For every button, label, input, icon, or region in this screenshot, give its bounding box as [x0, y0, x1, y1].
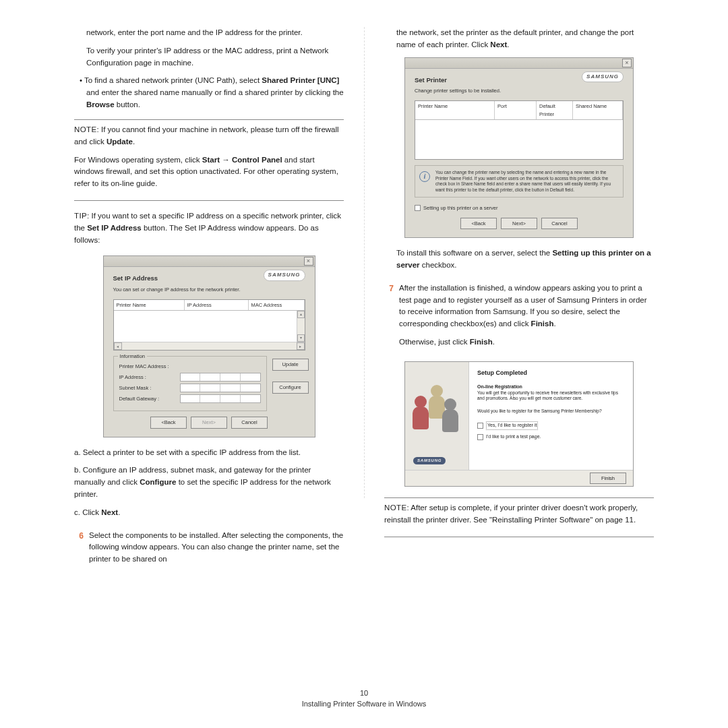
server-checkbox[interactable]: Setting up this printer on a server	[415, 204, 624, 212]
list-b: b. Configure an IP address, subnet mask,…	[74, 464, 344, 500]
set-printer-dialog: × Set Printer Change printer settings to…	[404, 57, 634, 239]
para: To install this software on a server, se…	[384, 247, 654, 272]
configure-button[interactable]: Configure	[272, 382, 309, 394]
update-button[interactable]: Update	[272, 359, 309, 371]
bullet-item: To find a shared network printer (UNC Pa…	[74, 75, 344, 111]
samsung-logo: SAMSUNG	[582, 71, 624, 82]
people-graphic	[415, 381, 459, 431]
tip-box: TIP: If you want to set a specific IP ad…	[74, 210, 344, 246]
subnet-field[interactable]	[180, 384, 261, 392]
left-column: network, enter the port name and the IP …	[74, 27, 364, 566]
note-box: NOTE: After setup is complete, if your p…	[384, 497, 654, 537]
para: network, enter the port name and the IP …	[74, 27, 344, 39]
info-tip: i You can change the printer name by sel…	[415, 165, 624, 198]
testpage-checkbox[interactable]: I'd like to print a test page.	[477, 433, 625, 441]
dialog-title: Setup Completed	[477, 369, 625, 378]
info-icon: i	[419, 171, 430, 182]
next-button[interactable]: Next>	[501, 218, 537, 230]
finish-button[interactable]: Finish	[590, 473, 626, 485]
gateway-field[interactable]	[180, 394, 261, 403]
step-7: 7 After the installation is finished, a …	[384, 282, 654, 355]
ip-field[interactable]	[180, 373, 261, 382]
note-box: NOTE: If you cannot find your machine in…	[74, 119, 344, 201]
printer-table[interactable]: Printer Name Port Default Printer Shared…	[415, 100, 624, 160]
back-button[interactable]: <Back	[150, 417, 187, 429]
close-icon[interactable]: ×	[304, 257, 313, 266]
register-checkbox[interactable]: Yes, I'd like to register it	[477, 421, 625, 430]
cancel-button[interactable]: Cancel	[231, 417, 268, 429]
set-ip-dialog: × Set IP Address You can set or change I…	[103, 255, 315, 437]
setup-complete-dialog: SAMSUNG Setup Completed On-line Registra…	[404, 361, 634, 487]
list-c: c. Click Next.	[74, 507, 344, 519]
samsung-logo: SAMSUNG	[264, 270, 305, 280]
samsung-logo: SAMSUNG	[413, 457, 446, 464]
right-column: the network, set the printer as the defa…	[364, 27, 654, 566]
para: the network, set the printer as the defa…	[384, 27, 654, 51]
scrollbar-h[interactable]: ◂▸	[114, 342, 305, 350]
back-button[interactable]: <Back	[460, 218, 497, 230]
step-6: 6 Select the components to be installed.…	[74, 530, 344, 566]
para: To verify your printer's IP address or t…	[74, 45, 344, 69]
list-a: a. Select a printer to be set with a spe…	[74, 447, 344, 459]
close-icon[interactable]: ×	[622, 59, 632, 67]
printer-list[interactable]: Printer Name IP Address MAC Address ▴▾ ◂…	[113, 299, 305, 351]
info-fieldset: Information Printer MAC Address : IP Add…	[113, 356, 267, 411]
cancel-button[interactable]: Cancel	[541, 218, 578, 230]
scrollbar-v[interactable]: ▴▾	[297, 311, 305, 342]
page-footer: 10 Installing Printer Software in Window…	[0, 689, 728, 708]
next-button: Next>	[191, 417, 227, 429]
